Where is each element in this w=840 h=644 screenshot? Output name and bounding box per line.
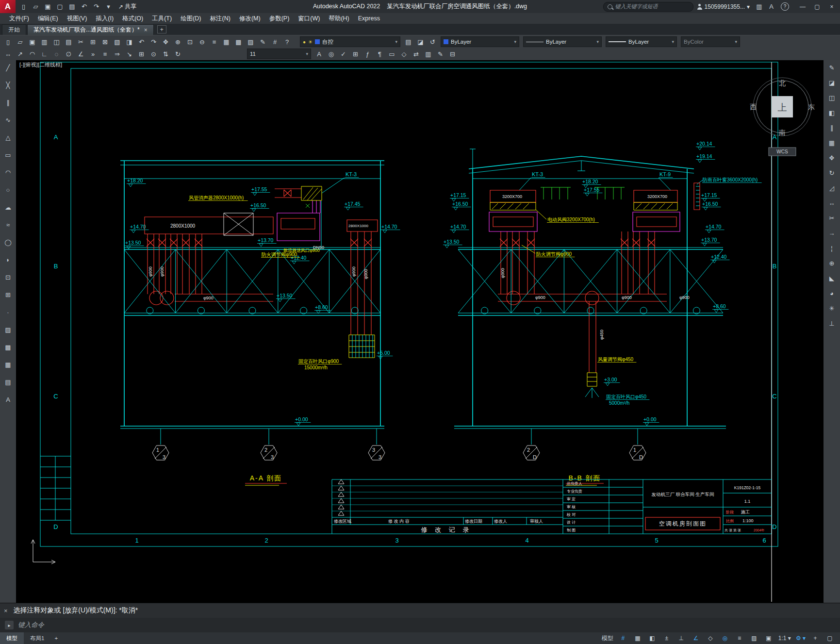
layout1-tab[interactable]: 布局1 xyxy=(24,632,50,644)
redo-icon[interactable]: ↷ xyxy=(91,1,102,12)
extend-icon[interactable]: → xyxy=(825,228,838,238)
annotation-monitor-icon[interactable]: + xyxy=(808,633,822,643)
menu-12[interactable]: Express xyxy=(354,14,384,23)
dim-diameter-icon[interactable]: ∅ xyxy=(63,49,74,59)
arc-icon[interactable]: ◠ xyxy=(2,167,15,178)
field-icon[interactable]: ƒ xyxy=(362,49,373,59)
user-account[interactable]: 15059991355... ▾ xyxy=(697,3,750,10)
plot-preview-icon[interactable]: ◫ xyxy=(51,37,62,47)
match-properties-icon[interactable]: ▧ xyxy=(112,37,123,47)
edit-text-icon[interactable]: ✎ xyxy=(435,49,446,59)
quick-calc-icon[interactable]: # xyxy=(269,37,280,47)
multiline-icon[interactable]: ∥ xyxy=(2,97,15,108)
new-tab-button[interactable]: + xyxy=(157,25,166,33)
layer-properties-icon[interactable]: ▤ xyxy=(403,37,414,47)
multiline-text-icon[interactable]: A xyxy=(2,394,15,405)
close-button[interactable]: × xyxy=(824,0,839,13)
tab-close-icon[interactable]: × xyxy=(144,27,148,33)
command-input[interactable]: ▸ 键入命令 xyxy=(0,618,840,632)
swap-icon[interactable]: ⇄ xyxy=(411,49,422,59)
offset-icon[interactable]: ∥ xyxy=(825,122,838,133)
break-icon[interactable]: ¦ xyxy=(825,243,838,253)
minimize-button[interactable]: — xyxy=(795,0,810,13)
quick-dim-icon[interactable]: » xyxy=(87,49,99,59)
dim-space-icon[interactable]: ⇅ xyxy=(160,49,171,59)
compass-south[interactable]: 南 xyxy=(779,129,786,136)
tab-drawing[interactable]: 某汽车发动机厂联合...通风图纸（全套）* × xyxy=(27,24,154,35)
transparency-icon[interactable]: ▨ xyxy=(747,633,761,643)
move-icon[interactable]: ✥ xyxy=(825,152,838,163)
lineweight-dropdown[interactable]: ByLayer ▾ xyxy=(606,36,677,47)
undo-icon[interactable]: ↶ xyxy=(136,37,147,47)
snap-mode-icon[interactable]: ▦ xyxy=(631,633,644,643)
revision-cloud-icon[interactable]: ☁ xyxy=(2,202,15,213)
tolerance-icon[interactable]: ⊞ xyxy=(136,49,147,59)
fillet-icon[interactable]: ◕ xyxy=(825,288,838,298)
ellipse-icon[interactable]: ◯ xyxy=(2,237,15,248)
new-file-icon[interactable]: ▯ xyxy=(18,1,29,12)
menu-0[interactable]: 文件(F) xyxy=(5,13,33,24)
polyline-icon[interactable]: ∿ xyxy=(2,115,15,125)
dim-angular-icon[interactable]: ∠ xyxy=(75,49,86,59)
save-icon[interactable]: ▣ xyxy=(27,37,38,47)
zoom-realtime-icon[interactable]: ⊕ xyxy=(172,37,183,47)
find-icon[interactable]: ◎ xyxy=(326,49,337,59)
ole-icon[interactable]: ⊟ xyxy=(447,49,458,59)
open-file-icon[interactable]: ▱ xyxy=(30,1,41,12)
spline-icon[interactable]: ≈ xyxy=(2,219,15,230)
save-as-icon[interactable]: ▢ xyxy=(54,1,66,12)
block-editor-icon[interactable]: ◨ xyxy=(124,37,135,47)
point-icon[interactable]: · xyxy=(2,307,15,317)
plot-icon[interactable]: ▥ xyxy=(39,37,50,47)
gradient-icon[interactable]: ▩ xyxy=(2,342,15,352)
dim-radius-icon[interactable]: ◌ xyxy=(51,49,62,59)
menu-11[interactable]: 帮助(H) xyxy=(324,13,353,24)
zoom-previous-icon[interactable]: ⊖ xyxy=(197,37,208,47)
tab-start[interactable]: 开始 xyxy=(2,24,26,35)
polar-tracking-icon[interactable]: ∠ xyxy=(689,633,703,643)
mtext-icon[interactable]: ¶ xyxy=(374,49,385,59)
ellipse-arc-icon[interactable]: ◗ xyxy=(2,254,15,265)
compass-west[interactable]: 西 xyxy=(750,103,757,111)
publish-icon[interactable]: ▤ xyxy=(63,37,74,47)
chamfer-icon[interactable]: ◣ xyxy=(825,273,838,283)
rotate-icon[interactable]: ↻ xyxy=(825,167,838,178)
stretch-icon[interactable]: ↔ xyxy=(825,198,838,208)
autodesk-app-icon[interactable]: A xyxy=(766,1,777,12)
polygon-icon[interactable]: △ xyxy=(2,132,15,143)
point-style-icon[interactable]: ◇ xyxy=(398,49,410,59)
pan-icon[interactable]: ✥ xyxy=(160,37,171,47)
save-icon[interactable]: ▣ xyxy=(42,1,53,12)
help-icon[interactable]: ? xyxy=(781,2,789,11)
dim-arc-icon[interactable]: ◠ xyxy=(27,49,38,59)
qat-menu-icon[interactable]: ▾ xyxy=(103,1,114,12)
new-icon[interactable]: ▯ xyxy=(2,37,14,47)
menu-8[interactable]: 修改(M) xyxy=(235,13,265,24)
clean-screen-icon[interactable]: ▢ xyxy=(823,633,837,643)
insert-table-icon[interactable]: ⊞ xyxy=(350,49,361,59)
compass-top[interactable]: 上 xyxy=(778,102,787,113)
drawing-canvas[interactable]: [-][俯视][二维线框] 北 南 西 东 xyxy=(16,60,824,603)
region-icon[interactable]: ▦ xyxy=(2,359,15,370)
ucs-tool-icon[interactable]: ⊥ xyxy=(825,318,838,329)
scale-icon[interactable]: ◿ xyxy=(825,182,838,193)
plotstyle-dropdown[interactable]: ByColor ▾ xyxy=(681,36,740,47)
grid-icon[interactable]: # xyxy=(616,633,630,643)
dim-ordinate-icon[interactable]: ∟ xyxy=(39,49,50,59)
cart-icon[interactable]: ▥ xyxy=(754,1,765,12)
annotate-icon[interactable]: ✎ xyxy=(825,62,838,73)
autocad-logo-icon[interactable]: A xyxy=(0,0,16,13)
add-layout-button[interactable]: + xyxy=(50,632,62,644)
cut-icon[interactable]: ✂ xyxy=(75,37,86,47)
menu-5[interactable]: 工具(T) xyxy=(148,13,176,24)
join-icon[interactable]: ⊕ xyxy=(825,258,838,268)
explode-icon[interactable]: ✳ xyxy=(825,303,838,314)
menu-10[interactable]: 窗口(W) xyxy=(294,13,324,24)
dynamic-input-icon[interactable]: ± xyxy=(660,633,674,643)
line-icon[interactable]: ╱ xyxy=(2,62,15,73)
maximize-button[interactable]: ▢ xyxy=(810,0,824,13)
layer-states-icon[interactable]: ◪ xyxy=(415,37,426,47)
color-dropdown[interactable]: ByLayer ▾ xyxy=(441,36,519,47)
circle-icon[interactable]: ○ xyxy=(2,184,15,195)
menu-1[interactable]: 编辑(E) xyxy=(33,13,63,24)
